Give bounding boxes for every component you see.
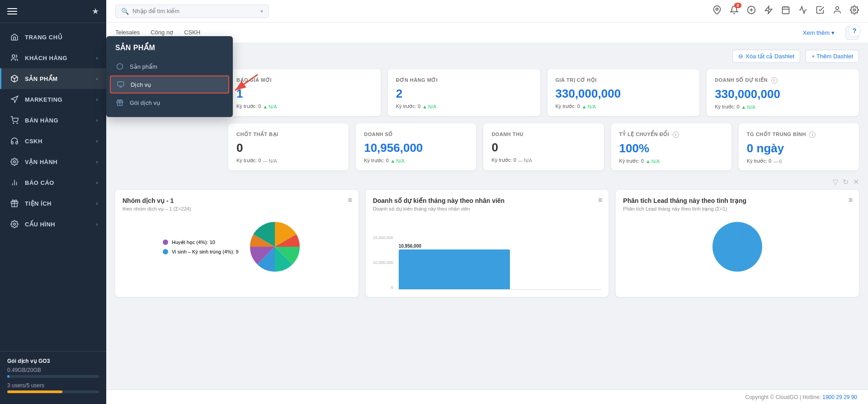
dashlet-sub-3: Phân tích Lead tháng này theo tình trạng… (623, 206, 852, 212)
bar-chart-area: 15,000,000 10,000,000 0 10,956,000 (373, 217, 602, 290)
clear-dashlet-button[interactable]: ⊖ Xóa tất cả Dashlet (732, 50, 800, 63)
service-icon-drop (116, 80, 125, 89)
dropdown-item-goi-dich-vu[interactable]: Gói dịch vụ (106, 94, 233, 112)
calendar-icon[interactable] (781, 5, 790, 17)
package-icon-drop (115, 98, 124, 107)
dashlet-title-2: Doanh số dự kiến tháng này theo nhân viê… (373, 197, 602, 204)
star-icon[interactable]: ★ (92, 6, 99, 16)
sidebar-label-bao-cao: BÁO CÁO (25, 179, 96, 186)
sidebar-item-khach-hang[interactable]: KHÁCH HÀNG › (0, 47, 106, 68)
svg-marker-14 (765, 6, 772, 14)
dropdown-item-san-pham[interactable]: Sản phẩm (106, 57, 233, 75)
arrow-icon-2: › (96, 76, 98, 81)
hamburger-menu[interactable] (7, 8, 17, 14)
analytics-icon[interactable] (798, 5, 807, 17)
sidebar-item-san-pham[interactable]: SẢN PHẨM › (0, 68, 106, 89)
filter-icon[interactable]: ▽ (833, 178, 838, 186)
user-icon[interactable] (833, 5, 842, 17)
dashlet-menu-3[interactable]: ≡ (849, 196, 853, 204)
search-input[interactable] (132, 8, 257, 14)
info-icon-1[interactable]: i (771, 77, 778, 84)
page-footer: Copyright © CloudGO | Hotline: 1900 29 2… (106, 390, 868, 404)
search-box[interactable]: 🔍 ▾ (115, 5, 269, 18)
notification-icon[interactable]: 8 (730, 5, 739, 17)
sidebar-label-marketing: MARKETING (25, 96, 96, 103)
arrow-icon-3: › (96, 97, 98, 102)
sidebar-item-ban-hang[interactable]: BÁN HÀNG › (0, 110, 106, 131)
stat-card-gia-tri: GIÁ TRỊ CƠ HỘI 330,000,000 Kỳ trước: 0 ▲… (547, 69, 700, 116)
stat-meta-tg-chot: Kỳ trước: 0 — 0 (747, 158, 851, 164)
sidebar-item-tien-ich[interactable]: TIỆN ÍCH › (0, 193, 106, 214)
stat-title-doanh-so: DOANH SỐ (364, 132, 468, 137)
dashlet-sub-2: Doanh số dự kiến tháng này theo nhân viê… (373, 206, 602, 212)
users-fill (7, 390, 62, 393)
dashlet-row: Nhóm dịch vụ - 1 theo nhóm dịch vụ – 1 (… (106, 190, 868, 304)
dropdown-title: SẢN PHẨM (106, 42, 233, 57)
bar-main (399, 249, 510, 289)
sidebar-label-ban-hang: BÁN HÀNG (25, 117, 96, 124)
svg-point-10 (716, 8, 718, 10)
stat-value-don-hang: 2 (396, 87, 532, 101)
add-dashlet-button[interactable]: + Thêm Dashlet (806, 50, 859, 63)
stat-cards-row-2: CHỐT THẤT BẠI 0 Kỳ trước: 0 — N/A DOANH … (106, 123, 868, 178)
dash-actions: ⊖ Xóa tất cả Dashlet + Thêm Dashlet (732, 50, 859, 63)
dashlet-nhom-dv: Nhóm dịch vụ - 1 theo nhóm dịch vụ – 1 (… (115, 190, 359, 297)
storage-label: 0.49GB/20GB (7, 367, 99, 373)
sidebar-item-van-hanh[interactable]: VẬN HÀNH › (0, 151, 106, 172)
sidebar-item-trang-chu[interactable]: TRANG CHỦ (0, 27, 106, 47)
sidebar-item-marketing[interactable]: MARKETING › (0, 89, 106, 110)
sidebar-label-san-pham: SẢN PHẨM (25, 75, 96, 82)
shopping-icon (9, 115, 19, 125)
todo-icon[interactable] (816, 5, 825, 17)
sidebar-item-bao-cao[interactable]: BÁO CÁO › (0, 172, 106, 193)
notification-badge: 8 (734, 3, 741, 8)
stat-value-doanh-thu: 0 (491, 141, 595, 155)
sidebar-footer: Gói dịch vụ GO3 0.49GB/20GB 3 users/5 us… (0, 351, 106, 404)
users-label: 3 users/5 users (7, 382, 99, 389)
gear-icon-topbar[interactable] (850, 5, 859, 17)
stat-title-gia-tri: GIÁ TRỊ CƠ HỘI (556, 77, 692, 83)
stat-value-ty-le: 100% (619, 141, 723, 155)
add-icon[interactable] (747, 5, 756, 17)
dashlet-menu-2[interactable]: ≡ (598, 196, 602, 204)
config-icon (9, 219, 19, 229)
dropdown-item-dich-vu[interactable]: Dịch vụ (110, 75, 229, 94)
svg-point-4 (14, 161, 16, 163)
arrow-icon-5: › (96, 138, 98, 144)
stat-value-gia-tri: 330,000,000 (556, 87, 692, 101)
bell-icon[interactable] (764, 5, 773, 17)
refresh-icon[interactable]: ↻ (843, 178, 849, 186)
help-button[interactable]: ? (848, 24, 861, 37)
dashlet-title-3: Phân tích Lead tháng này theo tình trạng (623, 197, 852, 204)
stat-title-chot-tb: CHỐT THẤT BẠI (236, 132, 340, 137)
sidebar: ★ TRANG CHỦ KHÁCH HÀNG › SẢN PHẨM › (0, 0, 106, 404)
info-icon-3[interactable]: i (809, 132, 816, 138)
sidebar-label-cau-hinh: CẤU HÌNH (25, 221, 96, 228)
arrow-icon-4: › (96, 117, 98, 123)
stat-meta-doanh-so: Kỳ trước: 0 ▲ N/A (364, 158, 468, 164)
copyright-text: Copyright © CloudGO | Hotline: (745, 394, 821, 400)
dropdown-label-goi-dich-vu: Gói dịch vụ (130, 99, 160, 106)
users-icon (9, 53, 19, 63)
stat-value-chot-tb: 0 (236, 141, 340, 155)
topbar-icons: 8 (712, 5, 859, 17)
dashlet-menu-1[interactable]: ≡ (348, 196, 352, 204)
hotline-link[interactable]: 1900 29 29 90 (822, 394, 857, 400)
close-dashlet-icon[interactable]: ✕ (853, 178, 859, 186)
sidebar-item-cau-hinh[interactable]: CẤU HÌNH › (0, 214, 106, 235)
headset-icon (9, 136, 19, 146)
sidebar-label-cskh: CSKH (25, 138, 96, 145)
box-icon-drop (115, 62, 124, 71)
stat-meta-bao-gia: Kỳ trước: 0 ▲ N/A (236, 103, 373, 109)
sidebar-item-cskh[interactable]: CSKH › (0, 131, 106, 151)
svg-point-20 (854, 9, 856, 11)
xem-them-button[interactable]: Xem thêm ▾ (803, 29, 835, 36)
pie-svg-1 (239, 217, 311, 276)
arrow-icon: › (96, 55, 98, 61)
users-progress (7, 390, 99, 393)
sidebar-label-khach-hang: KHÁCH HÀNG (25, 55, 96, 61)
location-icon[interactable] (712, 5, 722, 17)
stat-card-doanh-so: DOANH SỐ 10,956,000 Kỳ trước: 0 ▲ N/A (356, 123, 476, 170)
arrow-icon-7: › (96, 180, 98, 185)
info-icon-2[interactable]: i (673, 132, 679, 138)
